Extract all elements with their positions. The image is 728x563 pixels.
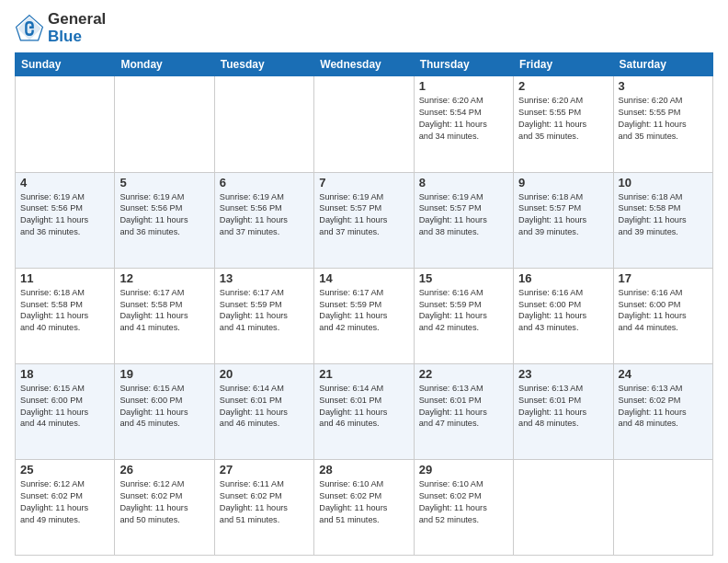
- calendar-day-header: Thursday: [414, 53, 513, 76]
- calendar-cell: 7Sunrise: 6:19 AM Sunset: 5:57 PM Daylig…: [314, 172, 414, 268]
- day-info: Sunrise: 6:10 AM Sunset: 6:02 PM Dayligh…: [319, 478, 408, 526]
- calendar-cell: 10Sunrise: 6:18 AM Sunset: 5:58 PM Dayli…: [613, 172, 712, 268]
- day-info: Sunrise: 6:16 AM Sunset: 6:00 PM Dayligh…: [518, 287, 608, 335]
- calendar-cell: 4Sunrise: 6:19 AM Sunset: 5:56 PM Daylig…: [16, 172, 115, 268]
- day-info: Sunrise: 6:20 AM Sunset: 5:54 PM Dayligh…: [419, 95, 508, 143]
- calendar-day-header: Monday: [115, 53, 214, 76]
- calendar-week-row: 25Sunrise: 6:12 AM Sunset: 6:02 PM Dayli…: [16, 459, 713, 555]
- day-number: 5: [119, 176, 209, 190]
- calendar-day-header: Wednesday: [314, 53, 414, 76]
- day-number: 10: [619, 176, 708, 190]
- calendar-week-row: 18Sunrise: 6:15 AM Sunset: 6:00 PM Dayli…: [16, 363, 713, 459]
- day-number: 25: [20, 463, 109, 477]
- day-number: 14: [319, 271, 408, 285]
- calendar-cell: 5Sunrise: 6:19 AM Sunset: 5:56 PM Daylig…: [115, 172, 214, 268]
- calendar-day-header: Saturday: [613, 53, 712, 76]
- day-number: 23: [518, 367, 608, 381]
- day-number: 6: [220, 176, 309, 190]
- logo-text: General Blue: [48, 11, 106, 45]
- day-info: Sunrise: 6:20 AM Sunset: 5:55 PM Dayligh…: [518, 95, 608, 143]
- calendar-cell: 18Sunrise: 6:15 AM Sunset: 6:00 PM Dayli…: [16, 363, 115, 459]
- day-number: 15: [419, 271, 508, 285]
- calendar-week-row: 1Sunrise: 6:20 AM Sunset: 5:54 PM Daylig…: [16, 76, 713, 172]
- day-info: Sunrise: 6:12 AM Sunset: 6:02 PM Dayligh…: [119, 478, 209, 526]
- calendar-cell: [16, 76, 115, 172]
- day-number: 21: [319, 367, 408, 381]
- day-info: Sunrise: 6:14 AM Sunset: 6:01 PM Dayligh…: [319, 383, 408, 431]
- calendar-cell: 16Sunrise: 6:16 AM Sunset: 6:00 PM Dayli…: [514, 268, 613, 363]
- day-number: 27: [220, 463, 309, 477]
- calendar-day-header: Tuesday: [214, 53, 313, 76]
- calendar-cell: 19Sunrise: 6:15 AM Sunset: 6:00 PM Dayli…: [115, 363, 214, 459]
- day-info: Sunrise: 6:15 AM Sunset: 6:00 PM Dayligh…: [119, 383, 209, 431]
- day-info: Sunrise: 6:17 AM Sunset: 5:59 PM Dayligh…: [220, 287, 309, 335]
- calendar-cell: [214, 76, 313, 172]
- day-number: 1: [419, 79, 508, 93]
- calendar-cell: 14Sunrise: 6:17 AM Sunset: 5:59 PM Dayli…: [314, 268, 414, 363]
- day-number: 7: [319, 176, 408, 190]
- day-number: 19: [119, 367, 209, 381]
- calendar-cell: 20Sunrise: 6:14 AM Sunset: 6:01 PM Dayli…: [214, 363, 313, 459]
- calendar-day-header: Sunday: [16, 53, 115, 76]
- calendar-week-row: 4Sunrise: 6:19 AM Sunset: 5:56 PM Daylig…: [16, 172, 713, 268]
- calendar-cell: 26Sunrise: 6:12 AM Sunset: 6:02 PM Dayli…: [115, 459, 214, 555]
- day-number: 11: [20, 271, 109, 285]
- calendar-cell: 9Sunrise: 6:18 AM Sunset: 5:57 PM Daylig…: [514, 172, 613, 268]
- day-number: 9: [518, 176, 608, 190]
- logo: General Blue: [15, 11, 106, 45]
- day-info: Sunrise: 6:19 AM Sunset: 5:56 PM Dayligh…: [220, 191, 309, 239]
- day-info: Sunrise: 6:17 AM Sunset: 5:59 PM Dayligh…: [319, 287, 408, 335]
- calendar-cell: 28Sunrise: 6:10 AM Sunset: 6:02 PM Dayli…: [314, 459, 414, 555]
- day-info: Sunrise: 6:18 AM Sunset: 5:57 PM Dayligh…: [518, 191, 608, 239]
- day-number: 18: [20, 367, 109, 381]
- day-number: 3: [619, 79, 708, 93]
- calendar-cell: [115, 76, 214, 172]
- calendar-cell: 15Sunrise: 6:16 AM Sunset: 5:59 PM Dayli…: [414, 268, 513, 363]
- calendar-cell: 17Sunrise: 6:16 AM Sunset: 6:00 PM Dayli…: [613, 268, 712, 363]
- calendar-cell: [613, 459, 712, 555]
- calendar-cell: 1Sunrise: 6:20 AM Sunset: 5:54 PM Daylig…: [414, 76, 513, 172]
- day-info: Sunrise: 6:19 AM Sunset: 5:56 PM Dayligh…: [119, 191, 209, 239]
- day-number: 8: [419, 176, 508, 190]
- logo-icon: [15, 14, 44, 43]
- day-number: 28: [319, 463, 408, 477]
- day-number: 12: [119, 271, 209, 285]
- page: General Blue SundayMondayTuesdayWednesda…: [0, 0, 728, 563]
- calendar-cell: 21Sunrise: 6:14 AM Sunset: 6:01 PM Dayli…: [314, 363, 414, 459]
- day-number: 16: [518, 271, 608, 285]
- day-info: Sunrise: 6:13 AM Sunset: 6:01 PM Dayligh…: [419, 383, 508, 431]
- header: General Blue: [15, 11, 713, 45]
- calendar-day-header: Friday: [514, 53, 613, 76]
- calendar-cell: 22Sunrise: 6:13 AM Sunset: 6:01 PM Dayli…: [414, 363, 513, 459]
- day-info: Sunrise: 6:18 AM Sunset: 5:58 PM Dayligh…: [619, 191, 708, 239]
- day-info: Sunrise: 6:15 AM Sunset: 6:00 PM Dayligh…: [20, 383, 109, 431]
- day-number: 29: [419, 463, 508, 477]
- calendar-cell: [514, 459, 613, 555]
- day-info: Sunrise: 6:20 AM Sunset: 5:55 PM Dayligh…: [619, 95, 708, 143]
- day-info: Sunrise: 6:18 AM Sunset: 5:58 PM Dayligh…: [20, 287, 109, 335]
- calendar-cell: 13Sunrise: 6:17 AM Sunset: 5:59 PM Dayli…: [214, 268, 313, 363]
- day-number: 13: [220, 271, 309, 285]
- day-number: 4: [20, 176, 109, 190]
- calendar-cell: 2Sunrise: 6:20 AM Sunset: 5:55 PM Daylig…: [514, 76, 613, 172]
- calendar-cell: 11Sunrise: 6:18 AM Sunset: 5:58 PM Dayli…: [16, 268, 115, 363]
- day-info: Sunrise: 6:19 AM Sunset: 5:56 PM Dayligh…: [20, 191, 109, 239]
- calendar-cell: 23Sunrise: 6:13 AM Sunset: 6:01 PM Dayli…: [514, 363, 613, 459]
- calendar-cell: 6Sunrise: 6:19 AM Sunset: 5:56 PM Daylig…: [214, 172, 313, 268]
- calendar-cell: [314, 76, 414, 172]
- day-info: Sunrise: 6:16 AM Sunset: 6:00 PM Dayligh…: [619, 287, 708, 335]
- calendar-week-row: 11Sunrise: 6:18 AM Sunset: 5:58 PM Dayli…: [16, 268, 713, 363]
- calendar-cell: 24Sunrise: 6:13 AM Sunset: 6:02 PM Dayli…: [613, 363, 712, 459]
- calendar-cell: 25Sunrise: 6:12 AM Sunset: 6:02 PM Dayli…: [16, 459, 115, 555]
- calendar-cell: 27Sunrise: 6:11 AM Sunset: 6:02 PM Dayli…: [214, 459, 313, 555]
- day-info: Sunrise: 6:19 AM Sunset: 5:57 PM Dayligh…: [419, 191, 508, 239]
- calendar-cell: 29Sunrise: 6:10 AM Sunset: 6:02 PM Dayli…: [414, 459, 513, 555]
- day-info: Sunrise: 6:17 AM Sunset: 5:58 PM Dayligh…: [119, 287, 209, 335]
- day-number: 24: [619, 367, 708, 381]
- day-number: 17: [619, 271, 708, 285]
- calendar-cell: 12Sunrise: 6:17 AM Sunset: 5:58 PM Dayli…: [115, 268, 214, 363]
- calendar-cell: 3Sunrise: 6:20 AM Sunset: 5:55 PM Daylig…: [613, 76, 712, 172]
- calendar-cell: 8Sunrise: 6:19 AM Sunset: 5:57 PM Daylig…: [414, 172, 513, 268]
- calendar-table: SundayMondayTuesdayWednesdayThursdayFrid…: [15, 52, 713, 556]
- day-number: 26: [119, 463, 209, 477]
